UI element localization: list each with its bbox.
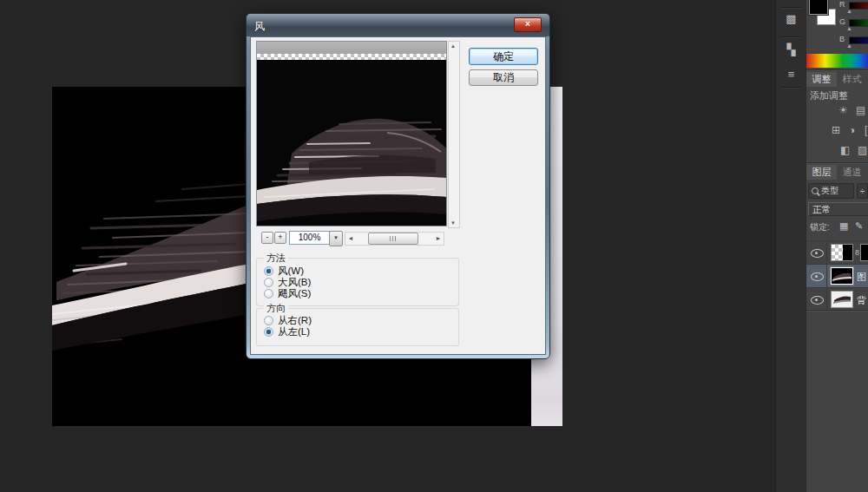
visibility-toggle[interactable]: [806, 288, 827, 312]
radio-stagger-circle[interactable]: [264, 289, 273, 298]
search-icon: [812, 187, 819, 194]
dialog-client-area: ▲ ▼ - + 100% ▼ ◄ ► 方法 风(W): [250, 36, 546, 355]
thumb-grip: [390, 236, 398, 241]
tab-channels[interactable]: 通道: [837, 165, 867, 180]
scroll-left-icon[interactable]: ◄: [345, 233, 356, 243]
layer-filter-type[interactable]: 类型: [808, 183, 854, 199]
scroll-up-icon[interactable]: ▲: [449, 42, 457, 50]
lock-image-pixels-icon[interactable]: ✎: [855, 220, 863, 232]
filter-dropdown-icon: ÷: [860, 187, 865, 196]
panel-dock-icon-3[interactable]: ≡: [776, 68, 806, 81]
link-icon: 8: [855, 248, 859, 257]
method-groupbox: 方法 风(W) 大风(B) 飓风(S): [256, 258, 459, 306]
eye-icon: [811, 296, 824, 305]
dock-divider: [780, 7, 801, 8]
ok-button[interactable]: 确定: [469, 48, 538, 65]
preview-hscrollbar[interactable]: ◄ ►: [345, 232, 444, 246]
red-slider-thumb[interactable]: ▲: [846, 8, 852, 14]
exposure-icon[interactable]: [: [865, 124, 867, 136]
thumbnail-shoe-light: [832, 292, 852, 307]
tab-adjustments[interactable]: 调整: [806, 72, 837, 87]
preview-vscrollbar[interactable]: ▲ ▼: [448, 41, 460, 228]
foreground-color-swatch[interactable]: [809, 0, 828, 15]
panel-divider: [806, 310, 868, 311]
panel-dock-icon-1[interactable]: ▩: [776, 12, 806, 25]
zoom-level-value[interactable]: 100%: [289, 231, 330, 245]
thumbnail-black-half: [832, 245, 852, 260]
lock-row: 锁定: ▦ ✎: [806, 220, 868, 235]
layer-thumbnail[interactable]: [831, 267, 853, 285]
blend-mode-row: 正常: [806, 202, 868, 218]
eye-icon: [811, 272, 824, 281]
panel-divider: [806, 162, 868, 163]
photoshop-workspace: 风 ×: [0, 0, 868, 492]
color-spectrum-ramp[interactable]: [806, 54, 868, 68]
green-slider-thumb[interactable]: ▲: [846, 25, 852, 31]
levels-icon[interactable]: ▤: [856, 104, 865, 116]
close-icon[interactable]: ×: [514, 17, 542, 32]
layer-row-layer1[interactable]: 图: [806, 264, 868, 288]
mask-thumbnail[interactable]: [860, 244, 868, 261]
filter-dropdown-button[interactable]: ÷: [857, 183, 868, 199]
preview-gray-band: [257, 42, 446, 54]
cancel-button[interactable]: 取消: [469, 69, 538, 86]
scroll-right-icon[interactable]: ►: [433, 233, 444, 243]
dialog-title: 风: [254, 19, 265, 34]
direction-group-label: 方向: [264, 302, 288, 315]
filter-preview[interactable]: [256, 41, 447, 226]
gradient-map-icon[interactable]: ▨: [858, 144, 867, 156]
eye-icon: [811, 249, 824, 258]
preview-shoe-image: [257, 60, 446, 226]
panel-dock-strip: ▩ ▚ ≡: [775, 0, 806, 492]
layer-row-mask[interactable]: 8: [806, 240, 868, 265]
layer-name: 图: [857, 271, 866, 284]
right-panel: R ▲ G ▲ B ▲ 调整 样式 添加调整 ☀ ▤ ⊞ ◑ [ ◧ ▨: [806, 0, 868, 492]
blue-slider-thumb[interactable]: ▲: [846, 43, 852, 49]
method-group-label: 方法: [264, 252, 288, 265]
direction-groupbox: 方向 从右(R) 从左(L): [256, 308, 459, 346]
panel-dock-icon-2[interactable]: ▚: [776, 43, 806, 56]
layer-name: 背: [857, 294, 866, 307]
dialog-titlebar[interactable]: 风 ×: [247, 14, 549, 36]
layers-channels-tabs: 图层 通道: [806, 165, 868, 180]
dock-divider: [780, 36, 801, 37]
filter-type-label: 类型: [821, 185, 838, 197]
add-adjustments-label: 添加调整: [810, 89, 848, 102]
layer-row-background[interactable]: 背: [806, 287, 868, 311]
hscrollbar-thumb[interactable]: [368, 233, 418, 245]
tab-styles[interactable]: 样式: [837, 72, 867, 87]
scroll-down-icon[interactable]: ▼: [449, 219, 457, 227]
tab-layers[interactable]: 图层: [806, 165, 837, 180]
preview-transparency-strip: [257, 54, 446, 60]
visibility-toggle[interactable]: [806, 241, 827, 265]
lock-transparent-pixels-icon[interactable]: ▦: [839, 220, 848, 232]
lock-label: 锁定:: [810, 221, 830, 233]
radio-from-left-circle[interactable]: [264, 327, 273, 337]
curves-icon[interactable]: ⊞: [832, 124, 840, 136]
radio-stagger[interactable]: 飓风(S): [264, 288, 311, 299]
radio-wind-circle[interactable]: [264, 266, 273, 276]
preview-zoom-controls: - + 100% ▼ ◄ ►: [251, 230, 545, 247]
radio-from-left[interactable]: 从左(L): [264, 326, 310, 338]
adjustments-styles-tabs: 调整 样式: [806, 72, 868, 87]
vibrance-icon[interactable]: ◧: [840, 144, 850, 156]
wind-filter-dialog[interactable]: 风 ×: [246, 13, 550, 359]
panel-divider: [806, 69, 868, 70]
zoom-dropdown-icon[interactable]: ▼: [329, 231, 343, 246]
brightness-contrast-icon[interactable]: ☀: [838, 104, 848, 116]
zoom-in-button[interactable]: +: [274, 232, 286, 244]
radio-from-right-circle[interactable]: [264, 316, 273, 325]
blend-mode-dropdown[interactable]: 正常: [808, 202, 868, 216]
dock-divider: [780, 87, 801, 88]
thumbnail-shoe-dark: [832, 268, 852, 284]
layer-thumbnail[interactable]: [831, 244, 853, 261]
radio-blast-circle[interactable]: [264, 278, 273, 287]
visibility-toggle[interactable]: [806, 265, 827, 288]
zoom-out-button[interactable]: -: [261, 232, 273, 244]
color-balance-icon[interactable]: ◑: [849, 124, 855, 136]
layer-thumbnail[interactable]: [831, 291, 853, 308]
